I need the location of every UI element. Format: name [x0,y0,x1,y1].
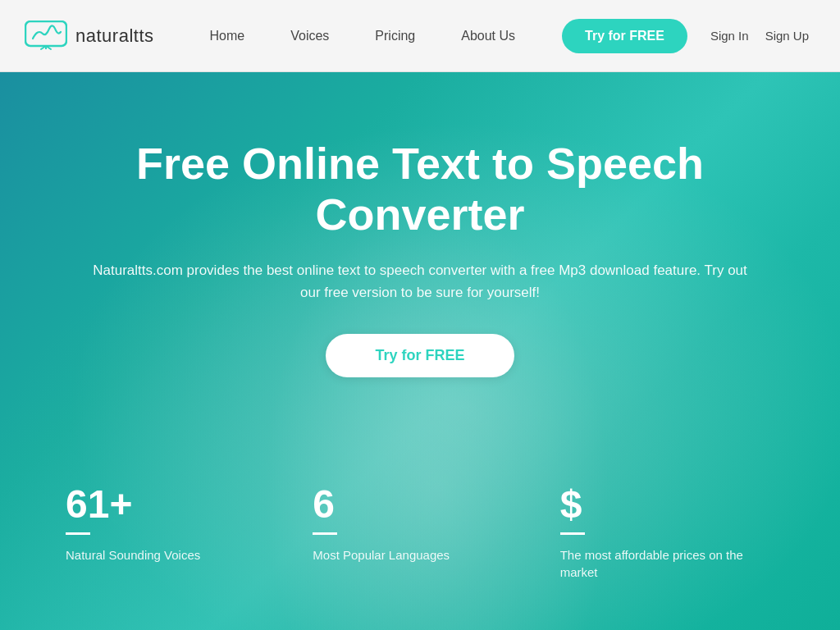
logo-text: naturaltts [75,25,154,47]
stat-languages-label: Most Popular Languages [313,546,527,564]
stat-voices: 61+ Natural Sounding Voices [49,485,296,581]
nav-about[interactable]: About Us [438,0,538,72]
stat-voices-label: Natural Sounding Voices [66,546,280,564]
nav-voices[interactable]: Voices [267,0,352,72]
stat-languages-number: 6 [313,485,527,524]
logo[interactable]: naturaltts [25,21,154,52]
logo-icon [25,21,67,52]
stat-voices-divider [66,532,90,535]
navbar: naturaltts Home Voices Pricing About Us … [0,0,840,72]
stat-price-number: $ [560,485,774,524]
stats-section: 61+ Natural Sounding Voices 6 Most Popul… [0,485,840,581]
stat-price: $ The most affordable prices on the mark… [544,485,791,581]
hero-title: Free Online Text to Speech Converter [43,138,797,240]
hero-cta-button[interactable]: Try for FREE [326,334,514,377]
hero-subtitle: Naturaltts.com provides the best online … [84,259,756,304]
stat-price-divider [560,532,585,535]
nav-home[interactable]: Home [187,0,268,72]
hero-section: Free Online Text to Speech Converter Nat… [0,72,840,630]
stat-voices-number: 61+ [66,485,280,524]
nav-cta-button[interactable]: Try for FREE [562,19,687,53]
signup-link[interactable]: Sign Up [759,29,815,43]
signin-link[interactable]: Sign In [704,29,756,43]
hero-content: Free Online Text to Speech Converter Nat… [26,138,814,377]
stat-price-label: The most affordable prices on the market [560,546,774,581]
stat-languages-divider [313,532,337,535]
nav-auth: Sign In Sign Up [704,29,815,43]
stat-languages: 6 Most Popular Languages [296,485,543,581]
nav-pricing[interactable]: Pricing [352,0,438,72]
nav-links: Home Voices Pricing About Us [187,0,563,72]
